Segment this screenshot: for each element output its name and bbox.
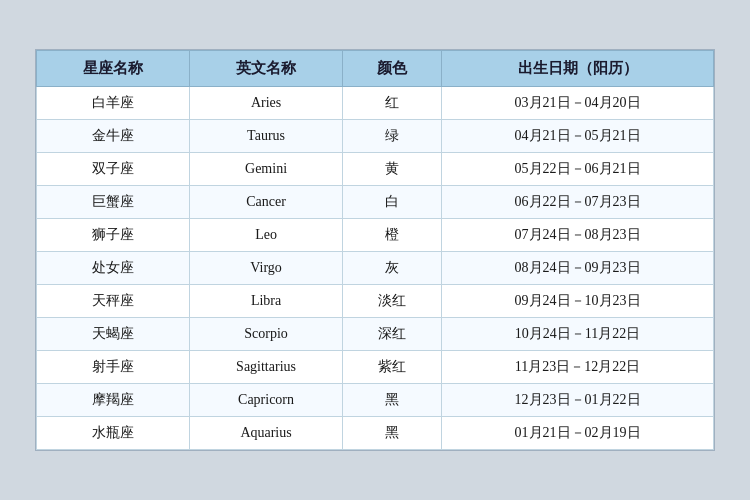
cell-r6-c0: 天秤座 — [37, 285, 190, 318]
cell-r8-c0: 射手座 — [37, 351, 190, 384]
cell-r6-c3: 09月24日－10月23日 — [442, 285, 714, 318]
cell-r9-c3: 12月23日－01月22日 — [442, 384, 714, 417]
table-row: 处女座Virgo灰08月24日－09月23日 — [37, 252, 714, 285]
cell-r0-c3: 03月21日－04月20日 — [442, 87, 714, 120]
header-col-3: 出生日期（阳历） — [442, 51, 714, 87]
cell-r10-c0: 水瓶座 — [37, 417, 190, 450]
cell-r1-c0: 金牛座 — [37, 120, 190, 153]
table-row: 巨蟹座Cancer白06月22日－07月23日 — [37, 186, 714, 219]
cell-r0-c2: 红 — [343, 87, 442, 120]
table-row: 水瓶座Aquarius黑01月21日－02月19日 — [37, 417, 714, 450]
cell-r5-c0: 处女座 — [37, 252, 190, 285]
cell-r6-c1: Libra — [190, 285, 343, 318]
cell-r2-c2: 黄 — [343, 153, 442, 186]
cell-r7-c3: 10月24日－11月22日 — [442, 318, 714, 351]
cell-r5-c2: 灰 — [343, 252, 442, 285]
cell-r1-c2: 绿 — [343, 120, 442, 153]
cell-r0-c0: 白羊座 — [37, 87, 190, 120]
cell-r8-c1: Sagittarius — [190, 351, 343, 384]
table-row: 双子座Gemini黄05月22日－06月21日 — [37, 153, 714, 186]
cell-r3-c0: 巨蟹座 — [37, 186, 190, 219]
cell-r2-c3: 05月22日－06月21日 — [442, 153, 714, 186]
table-row: 射手座Sagittarius紫红11月23日－12月22日 — [37, 351, 714, 384]
cell-r10-c3: 01月21日－02月19日 — [442, 417, 714, 450]
table-row: 摩羯座Capricorn黑12月23日－01月22日 — [37, 384, 714, 417]
cell-r4-c0: 狮子座 — [37, 219, 190, 252]
cell-r2-c1: Gemini — [190, 153, 343, 186]
table-row: 狮子座Leo橙07月24日－08月23日 — [37, 219, 714, 252]
table-row: 白羊座Aries红03月21日－04月20日 — [37, 87, 714, 120]
cell-r3-c2: 白 — [343, 186, 442, 219]
table-row: 金牛座Taurus绿04月21日－05月21日 — [37, 120, 714, 153]
cell-r5-c3: 08月24日－09月23日 — [442, 252, 714, 285]
cell-r1-c3: 04月21日－05月21日 — [442, 120, 714, 153]
cell-r4-c1: Leo — [190, 219, 343, 252]
cell-r7-c1: Scorpio — [190, 318, 343, 351]
cell-r2-c0: 双子座 — [37, 153, 190, 186]
cell-r4-c3: 07月24日－08月23日 — [442, 219, 714, 252]
cell-r5-c1: Virgo — [190, 252, 343, 285]
header-col-2: 颜色 — [343, 51, 442, 87]
cell-r0-c1: Aries — [190, 87, 343, 120]
zodiac-table-container: 星座名称英文名称颜色出生日期（阳历） 白羊座Aries红03月21日－04月20… — [35, 49, 715, 451]
cell-r3-c3: 06月22日－07月23日 — [442, 186, 714, 219]
table-row: 天蝎座Scorpio深红10月24日－11月22日 — [37, 318, 714, 351]
cell-r1-c1: Taurus — [190, 120, 343, 153]
cell-r8-c3: 11月23日－12月22日 — [442, 351, 714, 384]
cell-r9-c1: Capricorn — [190, 384, 343, 417]
header-col-0: 星座名称 — [37, 51, 190, 87]
cell-r9-c2: 黑 — [343, 384, 442, 417]
table-body: 白羊座Aries红03月21日－04月20日金牛座Taurus绿04月21日－0… — [37, 87, 714, 450]
cell-r10-c1: Aquarius — [190, 417, 343, 450]
cell-r3-c1: Cancer — [190, 186, 343, 219]
cell-r7-c2: 深红 — [343, 318, 442, 351]
table-row: 天秤座Libra淡红09月24日－10月23日 — [37, 285, 714, 318]
cell-r9-c0: 摩羯座 — [37, 384, 190, 417]
cell-r8-c2: 紫红 — [343, 351, 442, 384]
cell-r7-c0: 天蝎座 — [37, 318, 190, 351]
cell-r6-c2: 淡红 — [343, 285, 442, 318]
cell-r4-c2: 橙 — [343, 219, 442, 252]
cell-r10-c2: 黑 — [343, 417, 442, 450]
table-header-row: 星座名称英文名称颜色出生日期（阳历） — [37, 51, 714, 87]
zodiac-table: 星座名称英文名称颜色出生日期（阳历） 白羊座Aries红03月21日－04月20… — [36, 50, 714, 450]
header-col-1: 英文名称 — [190, 51, 343, 87]
